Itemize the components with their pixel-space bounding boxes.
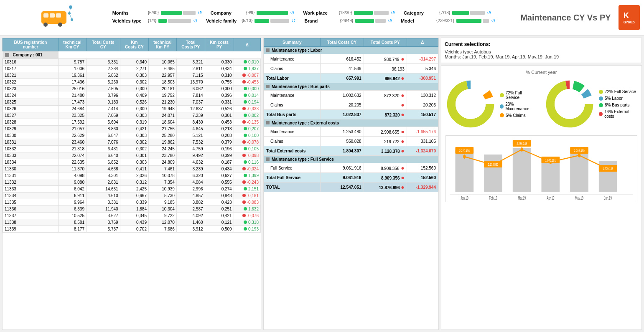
filter-company[interactable]: Company {9/9} ↺ — [211, 10, 295, 16]
table-row[interactable]: 1133011.3704.6680,4117.4613.2390,434-0,0… — [3, 166, 261, 172]
table-cell-5-0: 10324 — [3, 92, 59, 99]
table-cell-21-7: -0,083 — [234, 199, 260, 206]
summary-py: 930.749 ● — [364, 54, 407, 64]
month-label-feb: Feb.19 — [489, 195, 497, 200]
left-table-wrap[interactable]: BUS registrationnumber technicalKm CY To… — [2, 38, 261, 330]
table-cell-3-4: 18.503 — [149, 79, 177, 86]
fullservice-color-dot — [500, 93, 504, 97]
table-row[interactable]: 1032517.4739.1830,52621.2307.0370,3310,1… — [3, 99, 261, 106]
filter-company-refresh[interactable]: ↺ — [290, 10, 295, 16]
filter-category-value: {7/18} — [439, 10, 450, 15]
filter-veichles-type[interactable]: Veichles type {1/4} ↺ — [112, 18, 198, 24]
summary-cy: 41.539 — [320, 64, 364, 73]
line-dot-may — [578, 153, 580, 157]
summary-section-header-1: Maintenance type : Bus parts — [264, 83, 438, 91]
table-cell-7-1: 24.684 — [59, 106, 87, 112]
filter-model[interactable]: Model {239/321} ↺ — [401, 18, 496, 24]
table-cell-4-1: 25.016 — [59, 86, 87, 92]
table-row[interactable]: 1032921.0578.8600,42121.7564.6450,2130,2… — [3, 126, 261, 132]
table-row[interactable]: 113336.04214.6512,42510.9392.9960,2742,1… — [3, 186, 261, 193]
d2-external-dot — [599, 112, 603, 116]
filter-family-refresh[interactable]: ↺ — [291, 18, 296, 24]
table-row[interactable]: 113314.0988.3012,02610.0786.3200,6271,39… — [3, 172, 261, 179]
col-summary: Summary — [264, 38, 321, 47]
filter-workplace-bar — [354, 11, 389, 15]
summary-subtotal-1: Total Bus parts 1.022.837 872.320 ● 150.… — [264, 110, 438, 119]
table-row[interactable]: 113346.9114.6100,6675.7304.8570,848-0,18… — [3, 193, 261, 199]
table-row[interactable]: 113388.5813.7690,43912.0701.4600,1210,31… — [3, 219, 261, 226]
table-row[interactable]: 1033123.4607.0760,30219.8627.5320,379-0,… — [3, 139, 261, 146]
table-row[interactable]: 1032723.3257.0590,30324.0717.2390,3010,0… — [3, 112, 261, 119]
subtotal-delta: 150.517 — [407, 110, 438, 119]
filter-category-gray — [470, 11, 485, 15]
svg-point-14 — [456, 89, 486, 119]
filter-category-refresh[interactable]: ↺ — [487, 10, 491, 16]
table-row[interactable]: 103169.7873.3310,34010.0653.3210,3300,01… — [3, 59, 261, 66]
table-cell-19-0: 11333 — [3, 186, 59, 193]
bar-chart-wrap: 2.220.498 2.132.562 2.286.348 1.973.181 … — [445, 135, 637, 202]
table-row[interactable]: 1032421.4808.7960,40919.7527.8140,3960,0… — [3, 92, 261, 99]
table-row[interactable]: 1032217.4365.2600,30218.50313.9700,755-0… — [3, 79, 261, 86]
filter-brand[interactable]: Brand {26/49} ↺ — [304, 18, 392, 24]
d2-labor-dot — [599, 96, 603, 101]
subtotal-py: 966.942 ● — [364, 73, 407, 83]
table-cell-20-1: 6.911 — [59, 193, 87, 199]
summary-delta: 130.312 — [407, 91, 438, 100]
table-cell-1-0: 10317 — [3, 66, 59, 72]
table-cell-2-2: 5.862 — [86, 72, 120, 79]
selections-line2: Months: Jan.19, Feb.19, Mar.19, Apr.19, … — [445, 54, 638, 59]
table-row[interactable]: 1033422.6356.8520,30324.8094.6320,1870,1… — [3, 159, 261, 166]
filter-category[interactable]: Category {7/18} ↺ — [404, 10, 491, 16]
table-cell-24-6: 0,121 — [205, 219, 234, 226]
table-cell-14-2: 6.640 — [86, 152, 120, 159]
table-cell-12-0: 10331 — [3, 139, 59, 146]
col-summary-delta: Δ — [407, 38, 438, 47]
filter-veichles-refresh[interactable]: ↺ — [193, 18, 198, 24]
table-row[interactable]: 1033221.3186.4310,30224.2454.7590,1960,1… — [3, 146, 261, 152]
table-cell-0-1: 9.787 — [59, 59, 87, 66]
table-row[interactable]: 1133710.5253.6270,3459.7224.0920,421-0,0… — [3, 213, 261, 219]
table-row[interactable]: 1032817.5925.6040,31918.6048.4300,453-0,… — [3, 119, 261, 126]
selections-box: Current selections: Veichles type: Autob… — [441, 38, 642, 63]
filter-brand-refresh[interactable]: ↺ — [388, 18, 392, 24]
table-row[interactable]: 1032624.6847.4140,30019.94812.6370,526-0… — [3, 106, 261, 112]
table-row[interactable]: 1033022.6296.8470,30325.2805.1210,2030,1… — [3, 132, 261, 139]
kgroup-logo: K Group — [619, 5, 640, 30]
middle-summary-wrap[interactable]: Summary Total Costs CY Total Costs PY Δ … — [263, 38, 439, 330]
donut-svg-1 — [445, 77, 496, 131]
table-row[interactable]: 113398.1775.7370,7027.6863.9120,5090,193 — [3, 226, 261, 233]
filter-months-refresh[interactable]: ↺ — [198, 10, 202, 16]
table-cell-8-4: 24.071 — [149, 112, 177, 119]
table-row[interactable]: 113366.33911.9401,88410.3042.5870,2511,6… — [3, 206, 261, 213]
table-row[interactable]: 1032325.0167.5050,30020.1816.0620,3000,0… — [3, 86, 261, 92]
table-row[interactable]: 1032119.3615.8620,30322.9577.1150,310-0,… — [3, 72, 261, 79]
table-row[interactable]: 1033322.0746.6400,30123.7809.4920,399-0,… — [3, 152, 261, 159]
selections-title: Current selections: — [445, 41, 638, 47]
filter-vehicle-family[interactable]: Vehicle family {5/13} ↺ — [206, 18, 296, 24]
table-row[interactable]: 103171.0062.2842,2716.4852.8110,4341,837 — [3, 66, 261, 72]
table-cell-9-5: 8.430 — [176, 119, 205, 126]
table-row[interactable]: 113359.9643.3810,3399.1853.8820,423-0,08… — [3, 199, 261, 206]
table-cell-12-2: 7.076 — [86, 139, 120, 146]
filter-months[interactable]: Months {6/60} ↺ — [112, 10, 202, 16]
table-cell-22-6: 0,251 — [205, 206, 234, 213]
line-dot-mar — [521, 147, 523, 152]
filter-workplace-refresh[interactable]: ↺ — [391, 10, 395, 16]
filter-model-refresh[interactable]: ↺ — [491, 18, 496, 24]
filter-company-label: Company — [211, 10, 244, 15]
summary-name: Claims — [264, 64, 321, 73]
filter-workplace[interactable]: Work place {18/30} ↺ — [303, 10, 395, 16]
svg-rect-1 — [43, 13, 48, 18]
summary-table: Summary Total Costs CY Total Costs PY Δ … — [264, 38, 438, 192]
col-tech-km-py: technicalKm PY — [149, 38, 177, 51]
table-cell-17-0: 11331 — [3, 172, 59, 179]
subtotal-delta: 152.560 — [407, 173, 438, 182]
table-cell-7-3: 0,300 — [120, 106, 148, 112]
table-cell-3-1: 17.436 — [59, 79, 87, 86]
donut-1-label-claims: 5% Claims — [500, 113, 536, 118]
month-label-mar: Mar.19 — [518, 195, 526, 200]
table-cell-1-3: 2,271 — [120, 66, 148, 72]
table-row[interactable]: 113329.0802.8310,3127.3544.0840,555-0,24… — [3, 179, 261, 186]
summary-delta: 331.105 — [407, 137, 438, 146]
col-total-costs-cy: Total CostsCY — [86, 38, 120, 51]
